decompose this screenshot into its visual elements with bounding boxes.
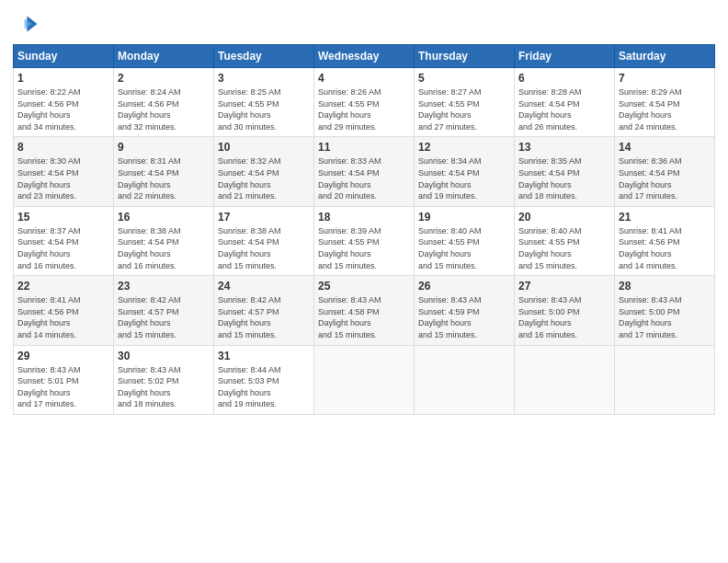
calendar-cell: 25 Sunrise: 8:43 AMSunset: 4:58 PMDaylig… [314, 276, 415, 345]
day-number: 20 [518, 211, 610, 224]
calendar-cell: 1 Sunrise: 8:22 AMSunset: 4:56 PMDayligh… [14, 68, 114, 137]
calendar-cell: 27 Sunrise: 8:43 AMSunset: 5:00 PMDaylig… [515, 276, 615, 345]
calendar-cell: 2 Sunrise: 8:24 AMSunset: 4:56 PMDayligh… [114, 68, 214, 137]
calendar-cell: 29 Sunrise: 8:43 AMSunset: 5:01 PMDaylig… [14, 345, 114, 414]
day-number: 9 [118, 141, 210, 154]
cell-info: Sunrise: 8:26 AMSunset: 4:55 PMDaylight … [318, 87, 381, 132]
cell-info: Sunrise: 8:43 AMSunset: 4:58 PMDaylight … [318, 295, 381, 339]
calendar-cell: 8 Sunrise: 8:30 AMSunset: 4:54 PMDayligh… [14, 137, 114, 206]
calendar-cell: 22 Sunrise: 8:41 AMSunset: 4:56 PMDaylig… [14, 276, 114, 345]
calendar-week-row: 15 Sunrise: 8:37 AMSunset: 4:54 PMDaylig… [14, 206, 715, 275]
cell-info: Sunrise: 8:29 AMSunset: 4:54 PMDaylight … [619, 87, 682, 132]
day-number: 16 [118, 211, 210, 224]
cell-info: Sunrise: 8:44 AMSunset: 5:03 PMDaylight … [218, 365, 281, 409]
day-number: 15 [17, 211, 109, 224]
cell-info: Sunrise: 8:40 AMSunset: 4:55 PMDaylight … [518, 226, 582, 270]
calendar-cell: 28 Sunrise: 8:43 AMSunset: 5:00 PMDaylig… [615, 276, 715, 345]
day-number: 25 [318, 280, 410, 293]
day-number: 12 [418, 141, 510, 154]
page-header [13, 11, 715, 37]
calendar-table: Sunday Monday Tuesday Wednesday Thursday… [13, 44, 715, 415]
day-number: 26 [418, 280, 510, 293]
cell-info: Sunrise: 8:31 AMSunset: 4:54 PMDaylight … [118, 156, 181, 201]
calendar-cell: 14 Sunrise: 8:36 AMSunset: 4:54 PMDaylig… [615, 137, 715, 206]
cell-info: Sunrise: 8:43 AMSunset: 5:02 PMDaylight … [118, 365, 181, 409]
day-number: 19 [418, 211, 510, 224]
day-number: 23 [118, 280, 210, 293]
calendar-cell: 19 Sunrise: 8:40 AMSunset: 4:55 PMDaylig… [415, 206, 515, 275]
calendar-cell: 20 Sunrise: 8:40 AMSunset: 4:55 PMDaylig… [515, 206, 615, 275]
calendar-cell: 6 Sunrise: 8:28 AMSunset: 4:54 PMDayligh… [515, 68, 615, 137]
cell-info: Sunrise: 8:40 AMSunset: 4:55 PMDaylight … [418, 226, 482, 270]
calendar-week-row: 29 Sunrise: 8:43 AMSunset: 5:01 PMDaylig… [14, 345, 715, 414]
col-monday: Monday [114, 45, 214, 68]
cell-info: Sunrise: 8:43 AMSunset: 5:00 PMDaylight … [518, 295, 582, 339]
day-number: 30 [118, 350, 210, 362]
col-friday: Friday [515, 45, 615, 68]
calendar-cell: 30 Sunrise: 8:43 AMSunset: 5:02 PMDaylig… [114, 345, 214, 414]
calendar-cell: 5 Sunrise: 8:27 AMSunset: 4:55 PMDayligh… [415, 68, 515, 137]
cell-info: Sunrise: 8:34 AMSunset: 4:54 PMDaylight … [418, 156, 482, 201]
calendar-cell [515, 345, 615, 414]
cell-info: Sunrise: 8:37 AMSunset: 4:54 PMDaylight … [17, 226, 81, 270]
cell-info: Sunrise: 8:43 AMSunset: 5:01 PMDaylight … [17, 365, 81, 409]
cell-info: Sunrise: 8:38 AMSunset: 4:54 PMDaylight … [118, 226, 181, 270]
day-number: 18 [318, 211, 410, 224]
cell-info: Sunrise: 8:30 AMSunset: 4:54 PMDaylight … [17, 156, 81, 201]
calendar-cell: 15 Sunrise: 8:37 AMSunset: 4:54 PMDaylig… [14, 206, 114, 275]
cell-info: Sunrise: 8:27 AMSunset: 4:55 PMDaylight … [418, 87, 482, 132]
calendar-cell: 16 Sunrise: 8:38 AMSunset: 4:54 PMDaylig… [114, 206, 214, 275]
calendar-cell: 26 Sunrise: 8:43 AMSunset: 4:59 PMDaylig… [415, 276, 515, 345]
calendar-cell: 3 Sunrise: 8:25 AMSunset: 4:55 PMDayligh… [214, 68, 314, 137]
day-number: 28 [619, 280, 711, 293]
cell-info: Sunrise: 8:22 AMSunset: 4:56 PMDaylight … [17, 87, 81, 132]
calendar-cell: 12 Sunrise: 8:34 AMSunset: 4:54 PMDaylig… [415, 137, 515, 206]
cell-info: Sunrise: 8:32 AMSunset: 4:54 PMDaylight … [218, 156, 281, 201]
calendar-cell: 17 Sunrise: 8:38 AMSunset: 4:54 PMDaylig… [214, 206, 314, 275]
day-number: 8 [17, 141, 109, 154]
calendar-cell: 31 Sunrise: 8:44 AMSunset: 5:03 PMDaylig… [214, 345, 314, 414]
day-number: 24 [218, 280, 310, 293]
col-sunday: Sunday [14, 45, 114, 68]
day-number: 31 [218, 350, 310, 362]
day-number: 4 [318, 72, 410, 85]
calendar-cell: 9 Sunrise: 8:31 AMSunset: 4:54 PMDayligh… [114, 137, 214, 206]
cell-info: Sunrise: 8:41 AMSunset: 4:56 PMDaylight … [17, 295, 81, 339]
calendar-cell: 7 Sunrise: 8:29 AMSunset: 4:54 PMDayligh… [615, 68, 715, 137]
day-number: 14 [619, 141, 711, 154]
calendar-cell [615, 345, 715, 414]
cell-info: Sunrise: 8:42 AMSunset: 4:57 PMDaylight … [218, 295, 281, 339]
calendar-week-row: 8 Sunrise: 8:30 AMSunset: 4:54 PMDayligh… [14, 137, 715, 206]
day-number: 5 [418, 72, 510, 85]
cell-info: Sunrise: 8:43 AMSunset: 5:00 PMDaylight … [619, 295, 682, 339]
day-number: 13 [518, 141, 610, 154]
cell-info: Sunrise: 8:28 AMSunset: 4:54 PMDaylight … [518, 87, 582, 132]
calendar-cell: 4 Sunrise: 8:26 AMSunset: 4:55 PMDayligh… [314, 68, 415, 137]
day-number: 3 [218, 72, 310, 85]
cell-info: Sunrise: 8:24 AMSunset: 4:56 PMDaylight … [118, 87, 181, 132]
day-number: 2 [118, 72, 210, 85]
cell-info: Sunrise: 8:35 AMSunset: 4:54 PMDaylight … [518, 156, 582, 201]
day-number: 10 [218, 141, 310, 154]
cell-info: Sunrise: 8:42 AMSunset: 4:57 PMDaylight … [118, 295, 181, 339]
calendar-cell [415, 345, 515, 414]
logo-icon [13, 11, 39, 37]
cell-info: Sunrise: 8:38 AMSunset: 4:54 PMDaylight … [218, 226, 281, 270]
calendar-week-row: 1 Sunrise: 8:22 AMSunset: 4:56 PMDayligh… [14, 68, 715, 137]
col-tuesday: Tuesday [214, 45, 314, 68]
day-number: 27 [518, 280, 610, 293]
calendar-cell [314, 345, 415, 414]
day-number: 22 [17, 280, 109, 293]
calendar-cell: 13 Sunrise: 8:35 AMSunset: 4:54 PMDaylig… [515, 137, 615, 206]
cell-info: Sunrise: 8:33 AMSunset: 4:54 PMDaylight … [318, 156, 381, 201]
day-number: 6 [518, 72, 610, 85]
cell-info: Sunrise: 8:41 AMSunset: 4:56 PMDaylight … [619, 226, 682, 270]
cell-info: Sunrise: 8:36 AMSunset: 4:54 PMDaylight … [619, 156, 682, 201]
cell-info: Sunrise: 8:25 AMSunset: 4:55 PMDaylight … [218, 87, 281, 132]
col-saturday: Saturday [615, 45, 715, 68]
cell-info: Sunrise: 8:39 AMSunset: 4:55 PMDaylight … [318, 226, 381, 270]
cell-info: Sunrise: 8:43 AMSunset: 4:59 PMDaylight … [418, 295, 482, 339]
day-number: 1 [17, 72, 109, 85]
day-number: 7 [619, 72, 711, 85]
calendar-cell: 18 Sunrise: 8:39 AMSunset: 4:55 PMDaylig… [314, 206, 415, 275]
